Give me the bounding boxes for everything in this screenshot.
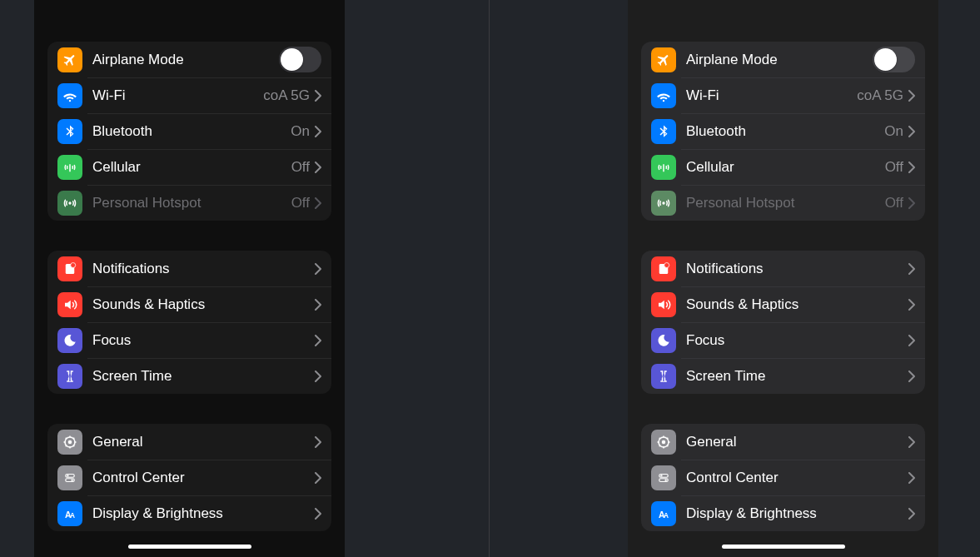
- divider-bar: [489, 0, 490, 557]
- row-label: Display & Brightness: [686, 505, 908, 522]
- wifi-icon: [57, 83, 82, 108]
- chevron-right-icon: [315, 197, 321, 209]
- settings-group: Airplane ModeWi-FicoA 5GBluetoothOnCellu…: [641, 42, 925, 221]
- row-label: Wi-Fi: [92, 87, 263, 104]
- chevron-right-icon: [315, 299, 321, 311]
- hotspot-icon: [57, 191, 82, 216]
- settings-row-sounds[interactable]: Sounds & Haptics: [47, 286, 331, 322]
- chevron-right-icon: [315, 508, 321, 520]
- chevron-right-icon: [315, 436, 321, 448]
- focus-icon: [57, 328, 82, 353]
- settings-row-sounds[interactable]: Sounds & Haptics: [641, 286, 925, 322]
- settings-group: GeneralControl CenterDisplay & Brightnes…: [641, 424, 925, 531]
- row-label: Airplane Mode: [92, 52, 279, 68]
- settings-group: NotificationsSounds & HapticsFocusScreen…: [641, 251, 925, 394]
- settings-row-airplane: Airplane Mode: [47, 42, 331, 77]
- settings-group: GeneralControl CenterDisplay & Brightnes…: [47, 424, 331, 531]
- row-label: Personal Hotspot: [686, 195, 885, 211]
- general-icon: [651, 430, 676, 455]
- settings-row-general[interactable]: General: [47, 424, 331, 460]
- controlcenter-icon: [651, 465, 676, 490]
- chevron-right-icon: [908, 263, 915, 275]
- chevron-right-icon: [315, 162, 321, 173]
- row-label: Display & Brightness: [92, 505, 315, 522]
- airplane-icon: [651, 47, 676, 72]
- chevron-right-icon: [315, 371, 321, 382]
- settings-row-hotspot[interactable]: Personal HotspotOff: [47, 185, 331, 221]
- settings-row-hotspot[interactable]: Personal HotspotOff: [641, 185, 925, 221]
- chevron-right-icon: [315, 90, 321, 102]
- settings-row-notifications[interactable]: Notifications: [641, 251, 925, 286]
- airplane-toggle[interactable]: [873, 47, 915, 72]
- row-label: Focus: [686, 332, 908, 349]
- chevron-right-icon: [908, 162, 915, 173]
- home-indicator[interactable]: [128, 545, 251, 549]
- chevron-right-icon: [315, 263, 321, 275]
- settings-group: Airplane ModeWi-FicoA 5GBluetoothOnCellu…: [47, 42, 331, 221]
- settings-row-bluetooth[interactable]: BluetoothOn: [641, 113, 925, 149]
- airplane-toggle[interactable]: [279, 47, 321, 72]
- row-value: Off: [291, 159, 310, 176]
- bluetooth-icon: [57, 119, 82, 144]
- row-value: coA 5G: [857, 87, 903, 104]
- controlcenter-icon: [57, 465, 82, 490]
- settings-row-screentime[interactable]: Screen Time: [47, 358, 331, 394]
- chevron-right-icon: [315, 472, 321, 484]
- settings-row-general[interactable]: General: [641, 424, 925, 460]
- row-value: Off: [885, 195, 903, 211]
- chevron-right-icon: [908, 126, 915, 137]
- row-label: Screen Time: [92, 368, 315, 385]
- row-value: On: [884, 123, 903, 140]
- row-label: General: [92, 434, 315, 450]
- row-label: Control Center: [92, 470, 315, 486]
- general-icon: [57, 430, 82, 455]
- display-icon: [651, 501, 676, 526]
- settings-row-bluetooth[interactable]: BluetoothOn: [47, 113, 331, 149]
- sounds-icon: [57, 292, 82, 317]
- settings-screen-right: Airplane ModeWi-FicoA 5GBluetoothOnCellu…: [628, 0, 938, 557]
- settings-row-display[interactable]: Display & Brightness: [641, 495, 925, 531]
- home-indicator[interactable]: [722, 545, 845, 549]
- settings-row-screentime[interactable]: Screen Time: [641, 358, 925, 394]
- row-label: Wi-Fi: [686, 87, 857, 104]
- chevron-right-icon: [315, 335, 321, 346]
- settings-row-focus[interactable]: Focus: [641, 322, 925, 358]
- settings-group: NotificationsSounds & HapticsFocusScreen…: [47, 251, 331, 394]
- hotspot-icon: [651, 191, 676, 216]
- row-label: Screen Time: [686, 368, 908, 385]
- settings-list[interactable]: Airplane ModeWi-FicoA 5GBluetoothOnCellu…: [628, 42, 938, 557]
- chevron-right-icon: [908, 197, 915, 209]
- chevron-right-icon: [908, 90, 915, 102]
- row-label: General: [686, 434, 908, 450]
- airplane-icon: [57, 47, 82, 72]
- sounds-icon: [651, 292, 676, 317]
- settings-row-cellular[interactable]: CellularOff: [47, 149, 331, 185]
- chevron-right-icon: [908, 472, 915, 484]
- cellular-icon: [57, 155, 82, 180]
- row-label: Personal Hotspot: [92, 195, 291, 211]
- settings-list[interactable]: Airplane ModeWi-FicoA 5GBluetoothOnCellu…: [34, 42, 345, 557]
- settings-row-display[interactable]: Display & Brightness: [47, 495, 331, 531]
- settings-row-airplane: Airplane Mode: [641, 42, 925, 77]
- settings-row-focus[interactable]: Focus: [47, 322, 331, 358]
- settings-row-notifications[interactable]: Notifications: [47, 251, 331, 286]
- settings-row-controlcenter[interactable]: Control Center: [641, 460, 925, 495]
- notifications-icon: [57, 256, 82, 281]
- chevron-right-icon: [908, 436, 915, 448]
- screentime-icon: [57, 364, 82, 389]
- focus-icon: [651, 328, 676, 353]
- settings-row-wifi[interactable]: Wi-FicoA 5G: [641, 77, 925, 113]
- chevron-right-icon: [908, 371, 915, 382]
- display-icon: [57, 501, 82, 526]
- row-value: On: [291, 123, 310, 140]
- row-label: Sounds & Haptics: [686, 296, 908, 313]
- screentime-icon: [651, 364, 676, 389]
- chevron-right-icon: [908, 335, 915, 346]
- row-value: Off: [291, 195, 310, 211]
- chevron-right-icon: [908, 508, 915, 520]
- settings-row-controlcenter[interactable]: Control Center: [47, 460, 331, 495]
- cellular-icon: [651, 155, 676, 180]
- row-label: Bluetooth: [686, 123, 884, 140]
- settings-row-wifi[interactable]: Wi-FicoA 5G: [47, 77, 331, 113]
- settings-row-cellular[interactable]: CellularOff: [641, 149, 925, 185]
